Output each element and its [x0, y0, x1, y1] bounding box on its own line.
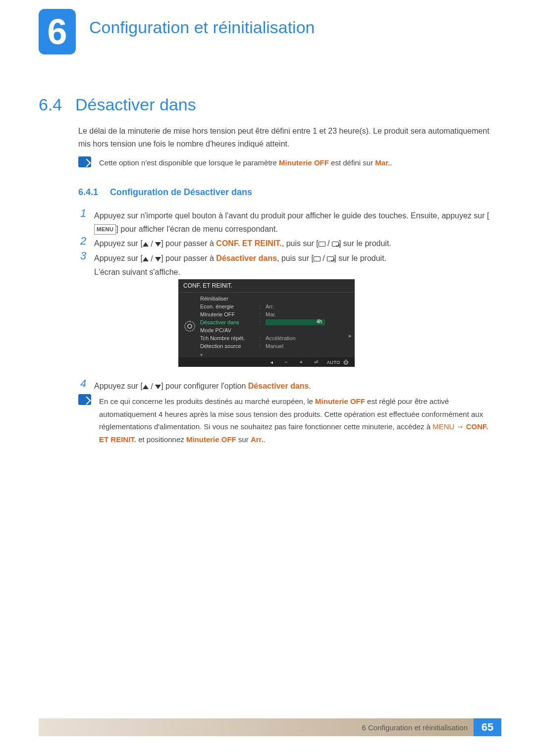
n2-hl1: Minuterie OFF: [315, 397, 365, 405]
osd-value: Arr.: [266, 303, 350, 309]
osd-slider-value: 4h: [317, 319, 322, 324]
n2-hl3: Minuterie OFF: [186, 435, 236, 444]
step-2-number: 2: [80, 235, 86, 248]
step-1-number: 1: [80, 207, 86, 220]
s2-b: ] pour passer à: [161, 239, 216, 248]
section-number: 6.4: [39, 95, 62, 114]
step-3-text: Appuyez sur [ / ] pour passer à Désactiv…: [94, 252, 495, 279]
osd-label: Minuterie OFF: [200, 311, 260, 317]
osd-menu-screenshot: CONF. ET REINIT. Réinitialiser Econ. éne…: [178, 279, 355, 367]
osd-value: Mar.: [266, 311, 350, 317]
page-number-badge: 65: [474, 718, 501, 736]
up-down-icon: /: [143, 237, 161, 251]
chapter-title: Configuration et réinitialisation: [89, 18, 315, 37]
step-4-number: 4: [80, 377, 86, 390]
n2-a: En ce qui concerne les produits destinés…: [99, 397, 315, 405]
intro-paragraph: Le délai de la minuterie de mise hors te…: [78, 125, 495, 150]
n2-e: .: [264, 435, 266, 444]
subsection-number: 6.4.1: [78, 187, 98, 198]
arrow-right-icon: →: [454, 422, 466, 431]
osd-label: Détection source: [200, 343, 260, 349]
note1-mid: est défini sur: [329, 158, 375, 167]
n2-c: et positionnez: [136, 435, 186, 444]
osd-power-icon: ⏻: [342, 359, 350, 365]
chevron-right-icon: ▸: [349, 332, 352, 339]
note1-hl2: Mar.: [375, 158, 390, 167]
osd-row: Minuterie OFF:Mar.: [200, 310, 355, 318]
s3-c: , puis sur [: [277, 254, 314, 262]
s2-a: Appuyez sur [: [94, 239, 143, 248]
osd-row: Mode PC/AV: [200, 326, 355, 334]
up-down-icon: /: [143, 380, 161, 393]
n2-d: sur: [236, 435, 251, 444]
enter-icon: /: [319, 239, 339, 248]
s3-b: ] pour passer à: [161, 254, 216, 262]
enter-icon: /: [314, 254, 334, 262]
osd-auto-label: AUTO: [327, 360, 335, 365]
osd-label: Réinitialiser: [200, 296, 260, 302]
chapter-number-badge: 6: [39, 9, 76, 54]
chevron-down-icon: ▾: [178, 352, 355, 357]
osd-row-selected: Désactiver dans:4h: [200, 318, 355, 326]
s3-e: L'écran suivant s'affiche.: [94, 268, 180, 276]
s3-hl: Désactiver dans: [216, 254, 277, 262]
s4-hl: Désactiver dans: [248, 382, 309, 390]
s2-c: , puis sur [: [282, 239, 319, 248]
osd-plus-icon: +: [297, 359, 305, 365]
note-icon: [78, 156, 91, 167]
s2-hl: CONF. ET REINIT.: [216, 239, 281, 248]
s3-a: Appuyez sur [: [94, 254, 143, 262]
note-text-2: En ce qui concerne les produits destinés…: [99, 395, 495, 446]
s1-pre: Appuyez sur n'importe quel bouton à l'av…: [94, 211, 489, 220]
note1-hl1: Minuterie OFF: [279, 158, 329, 167]
osd-footer: ◂ − + ⏎ AUTO ⏻: [178, 357, 355, 367]
note1-post: .: [390, 158, 392, 167]
osd-value: Manuel: [266, 343, 350, 349]
osd-label: Désactiver dans: [200, 319, 260, 325]
footer-chapter-label: 6 Configuration et réinitialisation: [362, 723, 474, 732]
menu-key-icon: MENU: [94, 224, 116, 235]
step-1-text: Appuyez sur n'importe quel bouton à l'av…: [94, 209, 495, 236]
s1-post: ] pour afficher l'écran de menu correspo…: [116, 225, 278, 233]
osd-label: Econ. énergie: [200, 303, 260, 309]
s4-c: .: [309, 382, 311, 390]
note1-pre: Cette option n'est disponible que lorsqu…: [99, 158, 279, 167]
osd-row: Econ. énergie:Arr.: [200, 302, 355, 310]
step-3-number: 3: [80, 250, 86, 262]
s4-b: ] pour configurer l'option: [161, 382, 248, 390]
osd-minus-icon: −: [282, 359, 290, 365]
osd-label: Mode PC/AV: [200, 327, 260, 333]
note-icon: [78, 394, 91, 405]
n2-hl4: Arr.: [251, 435, 264, 444]
osd-row: Tch Nombre répét.:Accélération: [200, 334, 355, 342]
osd-row: Détection source:Manuel: [200, 342, 355, 350]
osd-title: CONF. ET REINIT.: [178, 279, 355, 293]
step-4-text: Appuyez sur [ / ] pour configurer l'opti…: [94, 379, 495, 393]
osd-value: Accélération: [266, 335, 350, 341]
s3-d: ] sur le produit.: [334, 254, 386, 262]
osd-enter-icon: ⏎: [312, 359, 320, 365]
note-text-1: Cette option n'est disponible que lorsqu…: [99, 157, 495, 169]
step-2-text: Appuyez sur [ / ] pour passer à CONF. ET…: [94, 237, 495, 251]
subsection-title: Configuration de Désactiver dans: [110, 187, 252, 198]
s4-a: Appuyez sur [: [94, 382, 143, 390]
up-down-icon: /: [143, 252, 161, 265]
osd-back-icon: ◂: [268, 359, 275, 365]
n2-menu: MENU: [432, 422, 454, 431]
osd-slider: 4h: [266, 319, 325, 325]
s2-d: ] sur le produit.: [339, 239, 391, 248]
page-footer: 6 Configuration et réinitialisation 65: [39, 718, 501, 736]
osd-row: Réinitialiser: [200, 295, 355, 302]
section-title: Désactiver dans: [75, 95, 196, 114]
osd-label: Tch Nombre répét.: [200, 335, 260, 341]
